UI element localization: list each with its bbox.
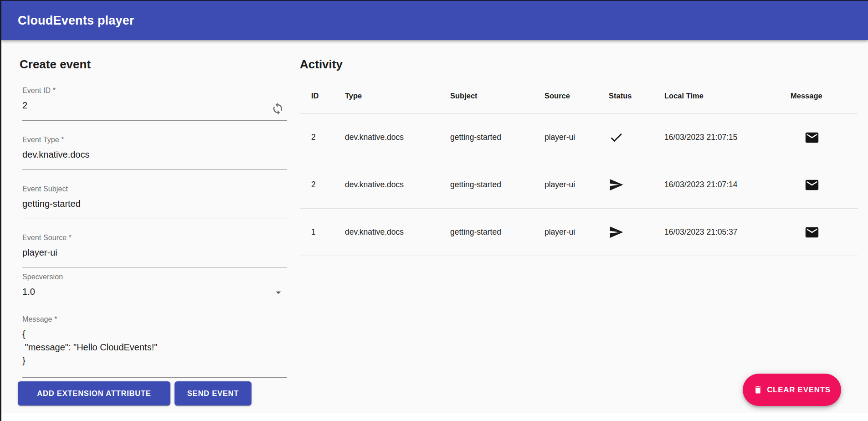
col-header-message: Message — [791, 92, 858, 100]
cell-status — [609, 177, 664, 192]
table-row: 1 dev.knative.docs getting-started playe… — [300, 209, 858, 256]
cell-type: dev.knative.docs — [345, 227, 450, 237]
send-event-button[interactable]: SEND EVENT — [175, 381, 252, 406]
cell-subject: getting-started — [450, 227, 544, 237]
envelope-icon[interactable] — [804, 130, 820, 145]
app-title: CloudEvents player — [18, 14, 134, 28]
cell-source: player-ui — [544, 227, 609, 237]
app-bar: CloudEvents player — [1, 1, 868, 40]
specversion-label: Specversion — [22, 273, 287, 281]
event-source-label: Event Source * — [22, 234, 287, 242]
cell-status — [609, 130, 664, 145]
trash-icon — [753, 385, 763, 395]
message-label: Message * — [22, 315, 287, 323]
col-header-source: Source — [544, 92, 609, 100]
cell-type: dev.knative.docs — [345, 180, 450, 190]
cell-status — [609, 225, 664, 240]
col-header-type: Type — [345, 92, 450, 100]
event-source-field: Event Source * player-ui — [22, 234, 287, 267]
cell-id: 2 — [311, 133, 345, 142]
cell-type: dev.knative.docs — [345, 133, 450, 142]
event-id-label: Event ID * — [22, 87, 287, 95]
message-textarea[interactable]: { "message": "Hello CloudEvents!" } — [22, 328, 287, 367]
table-row: 2 dev.knative.docs getting-started playe… — [300, 161, 858, 209]
cloudevents-player-app: CloudEvents player Create event Event ID… — [0, 0, 868, 421]
cell-local-time: 16/03/2023 21:05:37 — [664, 227, 791, 237]
col-header-status: Status — [609, 92, 664, 100]
specversion-select[interactable]: 1.0 — [22, 285, 287, 298]
activity-table-header: ID Type Subject Source Status Local Time… — [300, 78, 858, 114]
event-subject-label: Event Subject — [22, 185, 287, 193]
table-row: 2 dev.knative.docs getting-started playe… — [300, 114, 858, 161]
event-subject-field: Event Subject getting-started — [22, 185, 287, 219]
activity-heading: Activity — [300, 57, 343, 72]
event-subject-input[interactable]: getting-started — [22, 197, 287, 210]
cell-id: 2 — [311, 180, 345, 190]
col-header-local-time: Local Time — [664, 92, 791, 100]
cell-id: 1 — [311, 227, 345, 237]
clear-events-button[interactable]: CLEAR EVENTS — [743, 374, 841, 406]
cell-source: player-ui — [544, 133, 609, 142]
event-id-field: Event ID * 2 — [22, 87, 287, 121]
create-event-heading: Create event — [20, 57, 91, 72]
cell-message — [791, 130, 858, 145]
refresh-icon[interactable] — [271, 102, 284, 115]
activity-table: ID Type Subject Source Status Local Time… — [300, 78, 858, 256]
event-type-field: Event Type * dev.knative.docs — [22, 136, 287, 170]
dropdown-caret-icon — [272, 287, 284, 298]
clear-events-label: CLEAR EVENTS — [767, 385, 831, 395]
event-source-input[interactable]: player-ui — [22, 246, 287, 259]
event-type-label: Event Type * — [22, 136, 287, 144]
status-sent-icon — [609, 177, 624, 192]
envelope-icon[interactable] — [804, 225, 820, 240]
cell-message — [791, 225, 858, 240]
event-id-input[interactable]: 2 — [22, 99, 287, 112]
message-field: Message * { "message": "Hello CloudEvent… — [22, 315, 287, 378]
col-header-subject: Subject — [450, 92, 544, 100]
status-sent-icon — [609, 225, 624, 240]
specversion-field: Specversion 1.0 — [22, 273, 287, 305]
cell-local-time: 16/03/2023 21:07:15 — [664, 133, 791, 142]
cell-subject: getting-started — [450, 180, 544, 190]
col-header-id: ID — [311, 92, 345, 100]
cell-local-time: 16/03/2023 21:07:14 — [664, 180, 791, 190]
cell-subject: getting-started — [450, 133, 544, 142]
cell-source: player-ui — [544, 180, 609, 190]
add-extension-attribute-button[interactable]: ADD EXTENSION ATTRIBUTE — [18, 381, 170, 406]
event-type-input[interactable]: dev.knative.docs — [22, 148, 287, 161]
status-received-check-icon — [609, 130, 624, 145]
footer-strip — [1, 413, 868, 421]
cell-message — [791, 177, 858, 193]
envelope-icon[interactable] — [804, 177, 820, 193]
